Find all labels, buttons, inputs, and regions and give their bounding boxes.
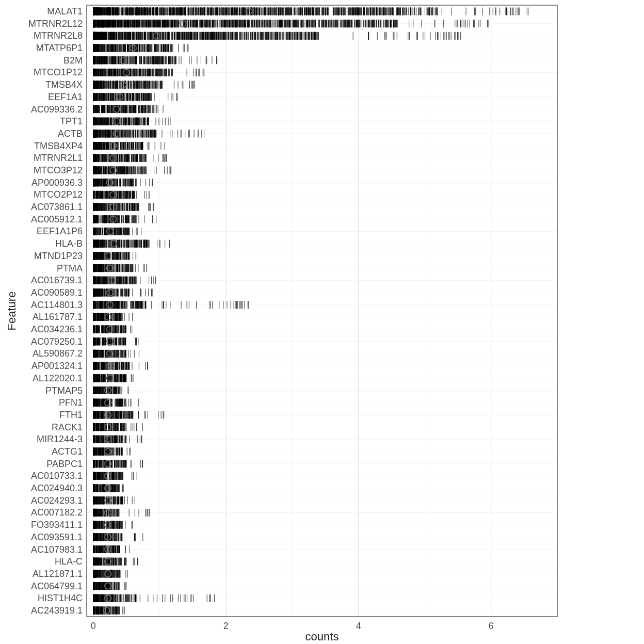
y-tick-label: ACTG1 <box>52 446 83 457</box>
y-tick-label: RACK1 <box>52 422 83 432</box>
y-tick-label: AC079250.1 <box>31 336 83 347</box>
x-tick-label: 4 <box>356 621 361 631</box>
y-tick-label: AC073861.1 <box>31 202 83 212</box>
y-tick-label: MTATP6P1 <box>36 43 83 53</box>
y-tick-label: FO393411.1 <box>31 520 83 530</box>
y-tick-label: TMSB4X <box>45 79 83 90</box>
y-tick-label: PFN1 <box>59 397 83 408</box>
y-tick-label: PTMA <box>57 263 83 273</box>
y-tick-label: AC107983.1 <box>31 544 83 555</box>
chart-svg: MALAT1MTRNR2L12MTRNR2L8MTATP6P1B2MMTCO1P… <box>0 0 644 644</box>
x-axis-title: counts <box>305 630 339 643</box>
y-tick-label: AC034236.1 <box>31 324 83 334</box>
y-tick-label: AC024940.3 <box>31 483 83 493</box>
y-tick-label: AC005912.1 <box>31 214 83 224</box>
y-tick-label: AC114801.3 <box>31 300 83 310</box>
y-tick-label: MTCO3P12 <box>34 165 83 175</box>
y-tick-label: ACTB <box>58 128 83 139</box>
y-tick-label: HLA-C <box>55 556 83 567</box>
y-tick-label: MTND1P23 <box>34 251 83 261</box>
y-tick-label: HLA-B <box>55 238 83 249</box>
y-tick-label: AL122020.1 <box>33 373 83 383</box>
y-axis-title: Feature <box>5 292 18 331</box>
x-tick-label: 6 <box>489 621 494 631</box>
y-tick-label: AP000936.3 <box>31 178 83 188</box>
y-tick-label: FTH1 <box>59 410 83 420</box>
y-tick-label: MIR1244-3 <box>37 434 83 444</box>
y-tick-label: MTCO1P12 <box>34 67 83 77</box>
y-tick-label: AC024293.1 <box>31 495 83 506</box>
y-tick-label: AC099336.2 <box>31 104 83 115</box>
y-tick-label: AC064799.1 <box>31 581 83 591</box>
y-tick-label: B2M <box>63 55 83 66</box>
y-tick-label: EEF1A1P6 <box>37 226 83 236</box>
y-tick-label: MTRNR2L1 <box>34 153 83 163</box>
y-tick-label: MTRNR2L8 <box>34 30 83 41</box>
y-tick-label: AC243919.1 <box>31 605 83 616</box>
x-tick-label: 2 <box>223 621 229 631</box>
y-tick-label: PTMAP5 <box>45 385 83 396</box>
chart-container: MALAT1MTRNR2L12MTRNR2L8MTATP6P1B2MMTCO1P… <box>0 0 644 644</box>
x-tick-label: 0 <box>91 621 96 631</box>
y-tick-label: HIST1H4C <box>38 593 83 603</box>
y-tick-label: TMSB4XP4 <box>34 141 83 151</box>
y-tick-label: AC007182.2 <box>31 507 83 518</box>
y-tick-label: EEF1A1 <box>48 92 83 102</box>
y-tick-label: TPT1 <box>60 116 83 126</box>
y-tick-label: AL590867.2 <box>33 348 83 359</box>
y-tick-label: AL161787.1 <box>33 312 83 322</box>
y-tick-label: AC016739.1 <box>31 275 83 285</box>
y-tick-label: AC090589.1 <box>31 287 83 298</box>
y-tick-label: PABPC1 <box>46 459 83 469</box>
y-tick-label: MALAT1 <box>47 6 83 17</box>
y-tick-label: AC010733.1 <box>31 471 83 481</box>
y-tick-label: AC093591.1 <box>31 532 83 542</box>
y-tick-label: MTCO2P12 <box>34 189 83 200</box>
y-tick-label: MTRNR2L12 <box>28 19 83 29</box>
y-tick-label: AL121871.1 <box>33 569 83 579</box>
y-tick-label: AP001324.1 <box>31 361 83 371</box>
